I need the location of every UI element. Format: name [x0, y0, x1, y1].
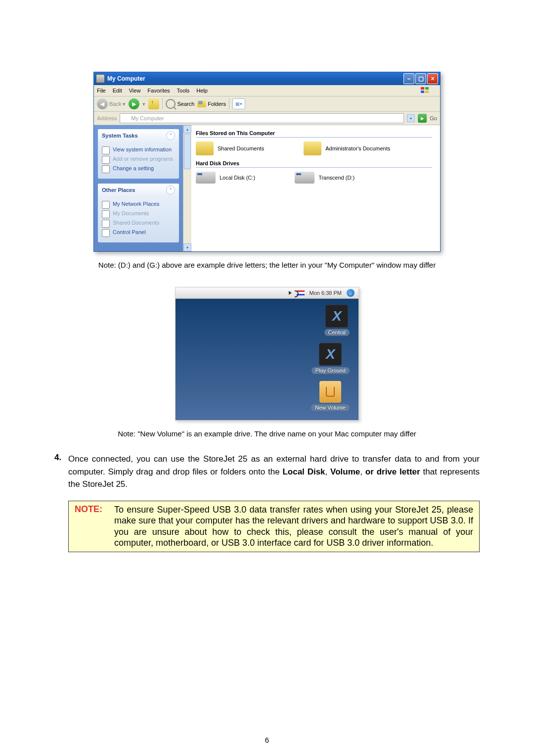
system-tasks-title: System Tasks [102, 133, 138, 139]
sidebar-scrollbar[interactable]: ▴ ▾ [183, 125, 191, 251]
mac-desktop-figure: Mon 6:38 PM ⌕ X Central X Play Ground Ne… [175, 287, 359, 421]
control-panel-icon [102, 165, 110, 173]
xp-toolbar: ◄ Back ▾ ►▾ Search Folders ▦▾ [94, 96, 440, 112]
other-places-panel: Other Places ˄ My Network Places My Docu… [98, 184, 179, 242]
menu-tools[interactable]: Tools [177, 88, 190, 94]
drive-icon [196, 172, 216, 184]
search-label: Search [177, 101, 194, 107]
menu-favorites[interactable]: Favorites [147, 88, 170, 94]
back-button[interactable]: ◄ Back ▾ [97, 98, 126, 109]
scroll-thumb[interactable] [184, 134, 191, 169]
menu-help[interactable]: Help [196, 88, 208, 94]
address-value: My Computer [131, 115, 164, 121]
other-places-title: Other Places [102, 187, 135, 193]
folder-icon [196, 142, 214, 155]
xp-my-computer-window: My Computer – ▢ × File Edit View Favorit… [93, 72, 441, 252]
my-computer-small-icon [122, 115, 129, 122]
my-computer-icon [96, 74, 105, 83]
list-number: 4. [54, 453, 68, 491]
note-box: NOTE: To ensure Super-Speed USB 3.0 data… [68, 501, 480, 552]
note-mac-drive: Note: "New Volume" is an example drive. … [54, 429, 480, 438]
clock-text: Mon 6:38 PM [310, 290, 342, 296]
xp-addressbar: Address My Computer ▾ ► Go [94, 112, 440, 125]
drive-central[interactable]: X Central [324, 305, 350, 336]
address-input[interactable]: My Computer [120, 113, 404, 123]
note-body: To ensure Super-Speed USB 3.0 data trans… [114, 504, 473, 549]
svg-rect-0 [421, 87, 424, 90]
folders-label: Folders [208, 101, 226, 107]
page-number: 6 [0, 736, 534, 744]
up-button[interactable] [148, 98, 159, 109]
place-network[interactable]: My Network Places [102, 201, 175, 209]
address-label: Address [97, 115, 117, 121]
transcend-d-item[interactable]: Transcend (D:) [295, 172, 355, 184]
section-hard-disks: Hard Disk Drives [196, 160, 432, 168]
drive-icon [295, 172, 314, 184]
back-icon: ◄ [97, 98, 108, 109]
xp-menubar: File Edit View Favorites Tools Help [94, 85, 440, 96]
go-button[interactable]: ► [418, 114, 427, 123]
window-title: My Computer [107, 75, 145, 82]
address-dropdown[interactable]: ▾ [407, 114, 415, 122]
svg-rect-1 [425, 87, 429, 90]
forward-button[interactable]: ► [129, 98, 139, 109]
documents-icon [102, 210, 110, 218]
instruction-text: Once connected, you can use the StoreJet… [68, 453, 480, 491]
go-label: Go [430, 115, 437, 121]
info-icon [102, 146, 110, 154]
scroll-up-icon[interactable]: ▴ [183, 125, 191, 133]
xp-titlebar: My Computer – ▢ × [94, 72, 440, 85]
internal-drive-icon: X [319, 343, 342, 366]
task-view-system-info[interactable]: View system information [102, 146, 175, 154]
task-add-remove-programs[interactable]: Add or remove programs [102, 156, 175, 164]
control-panel-icon [102, 229, 110, 237]
section-files-stored: Files Stored on This Computer [196, 130, 432, 138]
drive-new-volume[interactable]: New Volume [311, 381, 350, 411]
scroll-down-icon[interactable]: ▾ [183, 243, 191, 251]
system-tasks-panel: System Tasks ˄ View system information A… [98, 129, 179, 179]
folder-icon [304, 142, 321, 155]
minimize-button[interactable]: – [403, 73, 414, 84]
windows-logo-icon [420, 87, 430, 94]
place-shared-documents[interactable]: Shared Documents [102, 220, 175, 228]
place-control-panel[interactable]: Control Panel [102, 229, 175, 237]
note-key: NOTE: [75, 504, 114, 549]
network-icon [102, 201, 110, 209]
folders-icon [197, 100, 206, 107]
menu-edit[interactable]: Edit [113, 88, 122, 94]
volume-icon[interactable] [289, 291, 292, 295]
maximize-button[interactable]: ▢ [415, 73, 426, 84]
note-drive-letters: Note: (D:) and (G:) above are example dr… [54, 261, 480, 269]
spotlight-icon[interactable]: ⌕ [347, 289, 355, 297]
back-label: Back [109, 101, 121, 107]
xp-sidebar: System Tasks ˄ View system information A… [94, 125, 183, 251]
search-icon [166, 99, 176, 109]
svg-rect-2 [421, 91, 424, 93]
place-my-documents[interactable]: My Documents [102, 210, 175, 218]
views-button[interactable]: ▦▾ [232, 98, 245, 109]
admin-documents-item[interactable]: Administrator's Documents [304, 142, 390, 155]
shared-documents-item[interactable]: Shared Documents [196, 142, 264, 155]
collapse-icon[interactable]: ˄ [166, 131, 175, 140]
folders-button[interactable]: Folders [197, 100, 226, 107]
drive-play-ground[interactable]: X Play Ground [312, 343, 350, 374]
internal-drive-icon: X [325, 305, 348, 328]
task-change-setting[interactable]: Change a setting [102, 165, 175, 173]
menu-file[interactable]: File [97, 88, 106, 94]
svg-rect-3 [425, 91, 429, 93]
collapse-icon[interactable]: ˄ [166, 186, 175, 194]
external-drive-icon [319, 381, 341, 403]
shared-docs-icon [102, 220, 110, 228]
local-disk-c-item[interactable]: Local Disk (C:) [196, 172, 255, 184]
menu-view[interactable]: View [129, 88, 141, 94]
search-button[interactable]: Search [166, 99, 194, 109]
mac-menubar: Mon 6:38 PM ⌕ [176, 287, 358, 299]
close-button[interactable]: × [427, 73, 438, 84]
xp-content: Files Stored on This Computer Shared Doc… [183, 125, 440, 251]
programs-icon [102, 156, 110, 164]
